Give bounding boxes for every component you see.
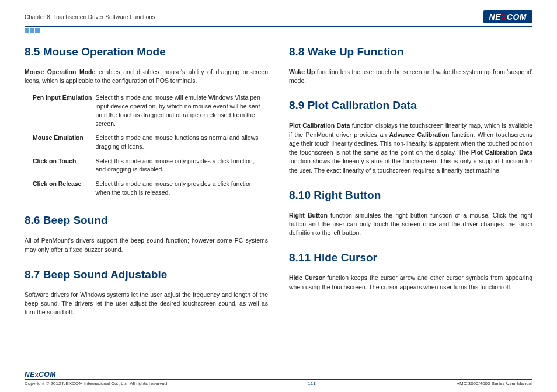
wake-up-term: Wake Up	[289, 68, 315, 75]
mode-label: Click on Release	[33, 177, 96, 200]
footer-row: Copyright © 2012 NEXCOM International Co…	[25, 381, 532, 386]
section-8-11-body: Hide Cursor function keeps the cursor ar…	[289, 274, 532, 291]
section-8-7-body: Software drivers for Windows systems let…	[25, 290, 268, 317]
table-row: Click on ReleaseSelect this mode and mou…	[33, 177, 268, 200]
mouse-operation-mode-term: Mouse Operation Mode	[25, 68, 95, 75]
footer-logo-pre: NE	[25, 370, 35, 379]
header: Chapter 8: Touchscreen Driver Software F…	[25, 10, 532, 23]
mode-desc: Select this mode and mouse only provides…	[96, 177, 269, 200]
mode-label: Click on Touch	[33, 155, 96, 177]
table-row: Click on TouchSelect this mode and mouse…	[33, 155, 268, 177]
mode-label: Pen Input Emulation	[33, 91, 96, 131]
right-button-term: Right Button	[289, 212, 328, 219]
table-row: Mouse EmulationSelect this mode and mous…	[33, 131, 268, 154]
logo-pre: NE	[489, 12, 501, 22]
logo-x: X	[501, 12, 507, 22]
heading-8-8: 8.8 Wake Up Function	[289, 46, 532, 58]
header-rule	[25, 26, 532, 27]
footer-logo-post: COM	[39, 370, 56, 379]
heading-8-5: 8.5 Mouse Operation Mode	[25, 46, 268, 58]
heading-8-7: 8.7 Beep Sound Adjustable	[25, 268, 268, 281]
section-8-6-body: All of PenMount's drivers support the be…	[25, 236, 268, 254]
mode-desc: Select this mode and mouse will emulate …	[96, 91, 269, 131]
text-3: function shows the linearity status of t…	[289, 158, 532, 173]
heading-8-9: 8.9 Plot Calibration Data	[289, 99, 532, 112]
manual-title: VMC 3000/4000 Series User Manual	[457, 381, 532, 386]
heading-8-10: 8.10 Right Button	[289, 189, 532, 202]
mode-label: Mouse Emulation	[33, 131, 96, 154]
body-rest: function keeps the cursor arrow and othe…	[289, 274, 532, 290]
mode-desc: Select this mode and mouse only provides…	[96, 155, 269, 177]
footer-rule	[25, 379, 532, 380]
plot-calib-term-2: Plot Calibration Data	[471, 149, 532, 156]
heading-8-6: 8.6 Beep Sound	[25, 214, 268, 227]
logo-post: COM	[507, 12, 527, 22]
footer-logo: NEXCOM	[25, 370, 532, 379]
plot-calib-term-1: Plot Calibration Data	[289, 122, 350, 129]
content-columns: 8.5 Mouse Operation Mode Mouse Operation…	[25, 46, 532, 317]
table-row: Pen Input EmulationSelect this mode and …	[33, 91, 268, 131]
footer: NEXCOM Copyright © 2012 NEXCOM Internati…	[25, 370, 532, 386]
section-8-5-intro: Mouse Operation Mode enables and disable…	[25, 68, 268, 85]
section-8-10-body: Right Button function simulates the righ…	[289, 211, 532, 238]
modes-table: Pen Input EmulationSelect this mode and …	[33, 91, 268, 200]
mode-desc: Select this mode and mouse functions as …	[96, 131, 269, 154]
section-8-9-body: Plot Calibration Data function displays …	[289, 121, 532, 174]
page-number: 111	[308, 381, 315, 386]
right-column: 8.8 Wake Up Function Wake Up function le…	[289, 46, 532, 317]
heading-8-11: 8.11 Hide Cursor	[289, 251, 532, 264]
left-column: 8.5 Mouse Operation Mode Mouse Operation…	[25, 46, 268, 317]
brand-logo: NEXCOM	[483, 10, 532, 23]
body-rest: function lets the user touch the screen …	[289, 68, 532, 84]
chapter-title: Chapter 8: Touchscreen Driver Software F…	[25, 14, 155, 20]
advance-calib-term: Advance Calibration	[389, 131, 449, 138]
decorative-squares	[25, 28, 532, 33]
hide-cursor-term: Hide Cursor	[289, 274, 325, 281]
section-8-8-body: Wake Up function lets the user touch the…	[289, 68, 532, 85]
copyright-text: Copyright © 2012 NEXCOM International Co…	[25, 381, 167, 386]
